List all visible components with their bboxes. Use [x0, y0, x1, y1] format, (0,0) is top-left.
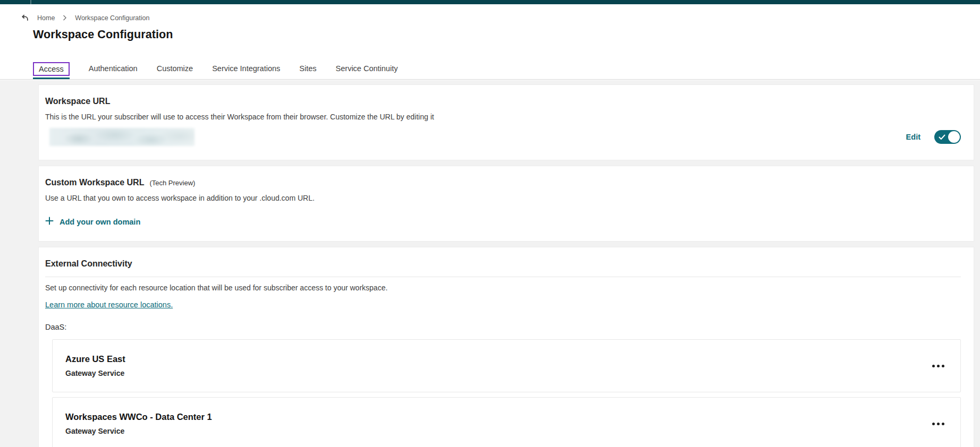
- tab-authentication[interactable]: Authentication: [89, 63, 138, 79]
- top-bar-divider: [30, 0, 31, 4]
- tab-customize[interactable]: Customize: [157, 63, 193, 79]
- back-arrow-icon[interactable]: [20, 13, 29, 22]
- toggle-knob: [948, 131, 960, 143]
- workspace-url-row: Edit: [45, 128, 961, 146]
- learn-more-link[interactable]: Learn more about resource locations.: [45, 300, 173, 309]
- external-connectivity-title: External Connectivity: [45, 259, 961, 269]
- resource-location-connectivity: Gateway Service: [65, 427, 212, 435]
- add-domain-button[interactable]: Add your own domain: [45, 217, 140, 227]
- resource-location-name: Azure US East: [65, 354, 125, 364]
- custom-workspace-url-section: Custom Workspace URL (Tech Preview) Use …: [38, 166, 974, 242]
- tab-label: Customize: [157, 63, 193, 74]
- resource-location-menu-button[interactable]: [929, 362, 948, 371]
- external-connectivity-description: Set up connectivity for each resource lo…: [45, 283, 961, 292]
- resource-location-info: Azure US East Gateway Service: [65, 354, 125, 377]
- workspace-url-section: Workspace URL This is the URL your subsc…: [38, 84, 974, 160]
- tab-sites[interactable]: Sites: [299, 63, 316, 79]
- resource-location-menu-button[interactable]: [929, 419, 948, 428]
- breadcrumb: Home Workspace Configuration: [20, 13, 980, 22]
- resource-location-card: Workspaces WWCo - Data Center 1 Gateway …: [52, 397, 961, 447]
- custom-url-description: Use a URL that you own to access workspa…: [45, 194, 961, 202]
- tab-bar: Access Authentication Customize Service …: [33, 62, 398, 79]
- check-icon: [939, 134, 945, 140]
- resource-location-name: Workspaces WWCo - Data Center 1: [65, 412, 212, 422]
- workspace-url-title: Workspace URL: [45, 97, 961, 106]
- page-title: Workspace Configuration: [33, 28, 980, 41]
- tab-label: Access: [33, 62, 70, 76]
- tab-service-integrations[interactable]: Service Integrations: [212, 63, 280, 79]
- external-connectivity-section: External Connectivity Set up connectivit…: [38, 247, 974, 447]
- breadcrumb-current: Workspace Configuration: [75, 14, 149, 22]
- tab-label: Authentication: [89, 63, 138, 74]
- content-area: Workspace URL This is the URL your subsc…: [0, 80, 980, 447]
- resource-location-card: Azure US East Gateway Service: [52, 339, 961, 392]
- plus-icon: [45, 217, 54, 227]
- custom-url-title: Custom Workspace URL: [45, 178, 144, 187]
- add-domain-label: Add your own domain: [60, 218, 140, 226]
- custom-url-title-row: Custom Workspace URL (Tech Preview): [45, 178, 961, 187]
- section-divider: [45, 277, 961, 277]
- tab-service-continuity[interactable]: Service Continuity: [336, 63, 398, 79]
- tab-label: Service Integrations: [212, 63, 280, 74]
- tab-label: Service Continuity: [336, 63, 398, 74]
- top-bar: [0, 0, 980, 4]
- daas-group-label: DaaS:: [45, 323, 961, 331]
- workspace-url-actions: Edit: [906, 130, 961, 144]
- ellipsis-icon: [932, 423, 935, 425]
- ellipsis-icon: [932, 365, 935, 367]
- edit-url-button[interactable]: Edit: [906, 133, 920, 141]
- breadcrumb-home[interactable]: Home: [37, 14, 55, 22]
- tab-access[interactable]: Access: [33, 62, 70, 79]
- resource-location-info: Workspaces WWCo - Data Center 1 Gateway …: [65, 412, 212, 435]
- workspace-url-toggle[interactable]: [934, 130, 961, 144]
- chevron-right-icon: [63, 15, 67, 21]
- workspace-url-description: This is the URL your subscriber will use…: [45, 113, 961, 121]
- tab-label: Sites: [299, 63, 316, 74]
- resource-location-connectivity: Gateway Service: [65, 369, 125, 377]
- page-header: Home Workspace Configuration Workspace C…: [0, 4, 980, 80]
- tech-preview-tag: (Tech Preview): [149, 179, 195, 187]
- workspace-url-value-redacted: [49, 128, 195, 146]
